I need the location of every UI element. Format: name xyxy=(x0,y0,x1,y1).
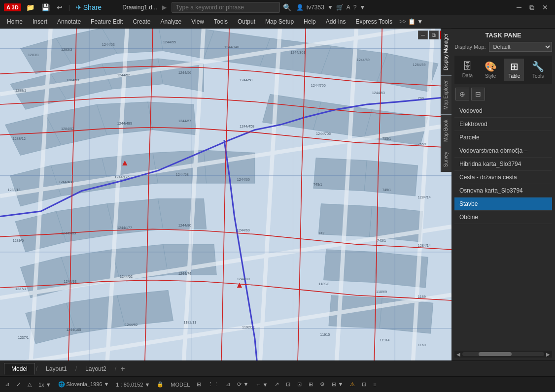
scroll-right-arrow[interactable]: ▶ xyxy=(546,352,550,357)
display-map-label: Display Map: xyxy=(454,44,486,50)
side-tab-survey[interactable]: Survey xyxy=(441,147,451,172)
status-snap1[interactable]: ⊿ xyxy=(3,380,11,389)
svg-text:755/1: 755/1 xyxy=(382,136,391,141)
help-dropdown-icon[interactable]: ▼ xyxy=(359,4,365,11)
layer-elektrovod[interactable]: Elektrovod xyxy=(454,118,552,131)
user-dropdown-icon[interactable]: ▼ xyxy=(327,4,333,11)
svg-text:749/1: 749/1 xyxy=(313,182,322,187)
menu-help[interactable]: Help xyxy=(299,16,321,27)
status-scale[interactable]: 1 : 80.0152 ▼ xyxy=(114,381,152,389)
svg-text:1244/52: 1244/52 xyxy=(117,73,130,77)
scroll-track[interactable] xyxy=(462,352,544,356)
menu-annotate[interactable]: Annotate xyxy=(52,16,86,27)
tab-model[interactable]: Model xyxy=(4,363,35,375)
layer-stavbe[interactable]: Stavbe xyxy=(454,197,552,211)
layer-obcine[interactable]: Občine xyxy=(454,211,552,224)
layer-cesta[interactable]: Cesta - državna cesta xyxy=(454,171,552,184)
layer-vodovod[interactable]: Vodovod xyxy=(454,104,552,118)
menu-add-ins[interactable]: Add-ins xyxy=(321,16,351,27)
status-viewport2[interactable]: ⊡ xyxy=(295,380,304,389)
tab-layout1[interactable]: Layout1 xyxy=(38,363,74,375)
menu-output[interactable]: Output xyxy=(233,16,260,27)
status-snap3[interactable]: △ xyxy=(26,380,34,389)
drawing-name: Drawing1.d... xyxy=(122,4,157,11)
close-button[interactable]: ✕ xyxy=(539,2,551,13)
menu-home[interactable]: Home xyxy=(2,16,28,27)
menu-extra[interactable]: 📋 ▼ xyxy=(408,18,423,25)
display-map-select[interactable]: Default xyxy=(489,42,552,52)
layer-hibridna[interactable]: Hibridna karta_Slo3794 xyxy=(454,158,552,171)
status-crs[interactable]: 🌐 Slovenia_1996 ▼ xyxy=(56,380,111,389)
status-grid1[interactable]: ⊞ xyxy=(195,380,203,389)
status-viewport1[interactable]: ⊡ xyxy=(284,380,292,389)
table-icon-btn[interactable]: ⊞ Table xyxy=(504,59,524,81)
status-multiplier[interactable]: 1x ▼ xyxy=(36,381,53,389)
menu-map-setup[interactable]: Map Setup xyxy=(260,16,299,27)
scroll-thumb xyxy=(479,352,511,356)
svg-text:1284/53: 1284/53 xyxy=(66,78,79,82)
svg-text:1244/60: 1244/60 xyxy=(237,177,250,182)
side-tab-display-manager[interactable]: Display Manager xyxy=(441,29,451,75)
svg-text:1244/74: 1244/74 xyxy=(178,271,191,276)
layer-parcele[interactable]: Parcele xyxy=(454,131,552,144)
menu-analyze[interactable]: Analyze xyxy=(155,16,186,27)
svg-text:1288/1: 1288/1 xyxy=(15,88,26,93)
status-panels[interactable]: ⊟ ▼ xyxy=(330,380,345,389)
svg-text:1244/140: 1244/140 xyxy=(224,45,239,49)
status-snap2[interactable]: ⤢ xyxy=(14,380,23,389)
menu-overflow[interactable]: >> xyxy=(399,18,406,25)
layer-add-btn[interactable]: ⊕ xyxy=(455,88,469,100)
table-icon: ⊞ xyxy=(510,61,519,72)
menu-tools[interactable]: Tools xyxy=(209,16,233,27)
svg-text:1244/58: 1244/58 xyxy=(240,78,252,82)
status-viewport3[interactable]: ⊞ xyxy=(307,380,315,389)
menu-create[interactable]: Create xyxy=(128,16,155,27)
data-icon-btn[interactable]: 🗄 Data xyxy=(458,59,477,81)
status-notification[interactable]: ⊡ xyxy=(360,380,368,389)
svg-text:1244/56: 1244/56 xyxy=(178,70,191,75)
svg-text:1237/1: 1237/1 xyxy=(15,287,26,291)
redo-button[interactable]: ↩ xyxy=(55,2,65,12)
svg-text:1244/53: 1244/53 xyxy=(102,42,115,47)
menu-express-tools[interactable]: Express Tools xyxy=(350,16,397,27)
status-arrow[interactable]: ↗ xyxy=(273,380,281,389)
map-minimize-button[interactable]: ─ xyxy=(418,31,428,39)
map-restore-button[interactable]: ⧉ xyxy=(429,31,439,39)
svg-text:742: 742 xyxy=(318,231,324,235)
share-button[interactable]: ✈ Share xyxy=(74,2,104,12)
style-icon-btn[interactable]: 🎨 Style xyxy=(481,59,501,81)
status-angle[interactable]: ⊿ xyxy=(224,380,232,389)
svg-text:1160: 1160 xyxy=(418,343,426,347)
status-lock-icon[interactable]: 🔒 xyxy=(155,380,166,389)
svg-text:1244/176: 1244/176 xyxy=(115,175,130,179)
layer-config-btn[interactable]: ⊟ xyxy=(471,88,485,100)
side-tab-map-book[interactable]: Map Book xyxy=(441,115,451,147)
status-rotate[interactable]: ⟳ ▼ xyxy=(235,380,250,389)
menu-view[interactable]: View xyxy=(186,16,209,27)
status-direction[interactable]: ← ▼ xyxy=(253,381,270,389)
restore-button[interactable]: ⧉ xyxy=(526,2,537,13)
menu-feature-edit[interactable]: Feature Edit xyxy=(86,16,128,27)
open-button[interactable]: 📁 xyxy=(24,2,36,12)
status-grid2[interactable]: ⋮⋮ xyxy=(206,380,221,389)
search-input[interactable] xyxy=(172,2,280,13)
tab-add-button[interactable]: + xyxy=(117,363,128,374)
data-label: Data xyxy=(462,73,473,78)
status-menu[interactable]: ≡ xyxy=(371,381,378,389)
layer-vodovarstvena[interactable]: Vodovarstvena območja – xyxy=(454,144,552,158)
layer-osnovna[interactable]: Osnovna karta_Slo3794 xyxy=(454,184,552,197)
status-settings[interactable]: ⚙ xyxy=(318,380,327,389)
map-area[interactable]: 1283/1 1283/3 1244/53 1244/55 1244/140 1… xyxy=(0,29,451,360)
menu-insert[interactable]: Insert xyxy=(28,16,52,27)
scroll-left-arrow[interactable]: ◀ xyxy=(456,352,460,357)
tab-sep-1: / xyxy=(36,365,37,372)
svg-text:1244/57: 1244/57 xyxy=(178,119,191,123)
svg-text:1244/301: 1244/301 xyxy=(290,50,305,55)
minimize-button[interactable]: ─ xyxy=(514,2,524,13)
svg-text:1283/3: 1283/3 xyxy=(61,47,72,52)
save-button[interactable]: 💾 xyxy=(39,2,52,12)
tab-layout2[interactable]: Layout2 xyxy=(78,363,114,375)
side-tab-map-explorer[interactable]: Map Explorer xyxy=(441,75,451,114)
status-warning[interactable]: ⚠ xyxy=(348,380,357,389)
tools-icon-btn[interactable]: 🔧 Tools xyxy=(528,59,548,81)
